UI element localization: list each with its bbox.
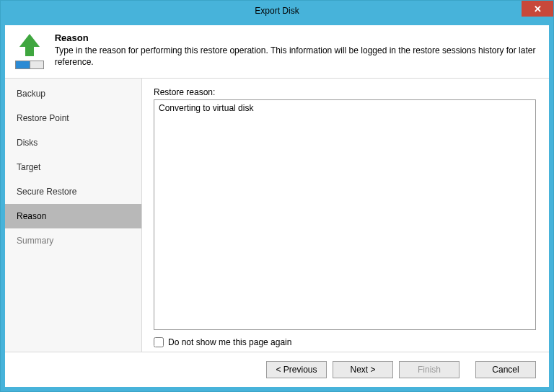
arrow-up-icon: [19, 34, 40, 47]
step-reason[interactable]: Reason: [5, 204, 141, 228]
disk-icon: [15, 61, 44, 69]
cancel-button[interactable]: Cancel: [475, 361, 536, 378]
step-secure-restore[interactable]: Secure Restore: [5, 179, 141, 204]
step-label: Target: [17, 162, 40, 172]
wizard-step-description: Type in the reason for performing this r…: [55, 45, 540, 68]
step-label: Backup: [17, 89, 45, 99]
close-button[interactable]: ✕: [522, 1, 553, 17]
wizard-main: Restore reason: Do not show me this page…: [142, 79, 549, 352]
export-disk-wizard: Export Disk ✕ Reason Type in the reason …: [0, 0, 554, 392]
dont-show-again-row[interactable]: Do not show me this page again: [154, 330, 536, 352]
step-summary[interactable]: Summary: [5, 228, 141, 253]
dont-show-again-checkbox[interactable]: [154, 337, 164, 347]
wizard-steps: Backup Restore Point Disks Target Secure…: [5, 79, 142, 352]
previous-button[interactable]: < Previous: [266, 361, 327, 378]
next-button[interactable]: Next >: [333, 361, 393, 378]
button-label: Next >: [350, 365, 375, 375]
step-target[interactable]: Target: [5, 155, 141, 179]
wizard-header: Reason Type in the reason for performing…: [5, 25, 549, 79]
titlebar: Export Disk ✕: [1, 1, 553, 21]
wizard-footer: < Previous Next > Finish Cancel: [5, 352, 549, 387]
step-label: Disks: [17, 138, 38, 148]
step-disks[interactable]: Disks: [5, 130, 141, 155]
step-label: Restore Point: [17, 113, 69, 123]
reason-textarea[interactable]: [154, 99, 536, 330]
step-label: Summary: [17, 236, 53, 246]
wizard-step-title: Reason: [55, 32, 540, 43]
wizard-header-text: Reason Type in the reason for performing…: [55, 32, 540, 69]
close-icon: ✕: [534, 4, 542, 14]
step-label: Reason: [17, 211, 46, 221]
step-label: Secure Restore: [17, 187, 76, 197]
wizard-icon: [14, 32, 46, 69]
reason-label: Restore reason:: [154, 87, 536, 97]
step-restore-point[interactable]: Restore Point: [5, 106, 141, 130]
window-content: Reason Type in the reason for performing…: [1, 21, 553, 391]
button-label: < Previous: [276, 365, 317, 375]
finish-button: Finish: [399, 361, 460, 378]
window-title: Export Disk: [255, 6, 299, 16]
button-label: Finish: [418, 365, 441, 375]
dont-show-again-label: Do not show me this page again: [168, 337, 291, 347]
step-backup[interactable]: Backup: [5, 81, 141, 106]
wizard-body: Backup Restore Point Disks Target Secure…: [5, 79, 549, 352]
button-label: Cancel: [492, 365, 519, 375]
